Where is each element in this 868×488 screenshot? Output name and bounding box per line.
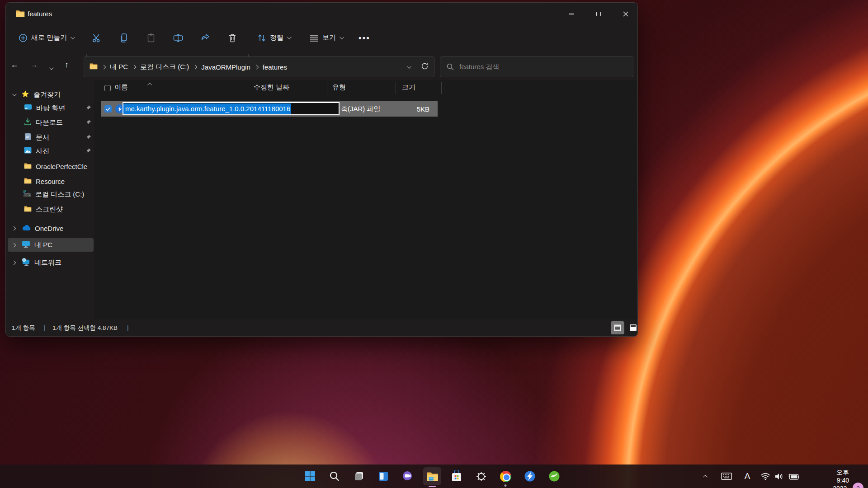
navigation-bar: ← → ↑ 내 PC 로컬 디스크 (C:) JavaORMPlugin fea… bbox=[6, 50, 637, 80]
breadcrumb-features[interactable]: features bbox=[263, 63, 287, 71]
back-button[interactable]: ← bbox=[10, 60, 19, 70]
rename-input[interactable]: me.karthy.plugin.java.orm.feature_1.0.0.… bbox=[123, 102, 340, 115]
chat-button[interactable] bbox=[398, 465, 418, 488]
microsoft-store-button[interactable] bbox=[447, 465, 467, 488]
pin-icon bbox=[85, 119, 91, 127]
hidden-icons-button[interactable] bbox=[699, 465, 712, 488]
eclipse-icon bbox=[524, 470, 536, 482]
column-divider[interactable] bbox=[441, 82, 442, 94]
copy-button[interactable] bbox=[118, 25, 129, 50]
file-explorer-button[interactable] bbox=[422, 465, 442, 488]
item-count: 1개 항목 bbox=[12, 324, 35, 332]
column-divider[interactable] bbox=[248, 82, 248, 94]
breadcrumb-local-disk[interactable]: 로컬 디스크 (C:) bbox=[140, 63, 189, 71]
column-divider[interactable] bbox=[327, 82, 327, 94]
sidebar-item-screenshots[interactable]: 스크린샷 bbox=[6, 202, 94, 216]
column-header-size[interactable]: 크기 bbox=[402, 83, 415, 92]
large-icons-view-button[interactable] bbox=[626, 321, 638, 334]
windows-start-icon bbox=[305, 471, 316, 482]
address-dropdown-icon[interactable] bbox=[407, 64, 411, 69]
breadcrumb-this-pc[interactable]: 내 PC bbox=[110, 63, 128, 71]
sidebar-item-favorites[interactable]: 즐겨찾기 bbox=[6, 88, 94, 101]
eclipse-button[interactable] bbox=[520, 465, 540, 488]
sidebar-item-documents[interactable]: 문서 bbox=[6, 131, 94, 144]
battery-button[interactable] bbox=[786, 465, 801, 488]
this-pc-icon bbox=[22, 241, 30, 249]
wifi-button[interactable] bbox=[759, 465, 772, 488]
pin-icon bbox=[85, 104, 91, 112]
rename-button[interactable] bbox=[173, 25, 184, 50]
minimize-icon bbox=[569, 14, 574, 14]
column-header-type[interactable]: 유형 bbox=[332, 83, 346, 92]
sidebar-item-downloads[interactable]: 다운로드 bbox=[6, 116, 94, 129]
sidebar-item-network[interactable]: 네트워크 bbox=[6, 256, 94, 269]
column-header-date[interactable]: 수정한 날짜 bbox=[254, 83, 289, 92]
wifi-icon bbox=[761, 473, 770, 480]
taskbar-search-button[interactable] bbox=[325, 465, 344, 488]
details-view-icon bbox=[614, 324, 621, 331]
trash-icon bbox=[228, 33, 237, 43]
spring-tool-suite-button[interactable] bbox=[544, 465, 564, 488]
cut-button[interactable] bbox=[91, 25, 102, 50]
column-divider[interactable] bbox=[396, 82, 396, 94]
sidebar-item-pictures[interactable]: 사진 bbox=[6, 144, 94, 158]
chevron-up-icon bbox=[703, 474, 708, 479]
back-icon: ← bbox=[10, 60, 19, 69]
chevron-down-icon[interactable] bbox=[12, 92, 17, 96]
chevron-down-icon bbox=[71, 35, 75, 39]
task-view-button[interactable] bbox=[349, 465, 369, 488]
share-button[interactable] bbox=[200, 25, 211, 50]
address-bar[interactable]: 내 PC 로컬 디스크 (C:) JavaORMPlugin features bbox=[84, 56, 434, 77]
sidebar-item-oracleperfectcle[interactable]: OraclePerfectCle bbox=[6, 160, 94, 173]
breadcrumb-separator bbox=[254, 65, 259, 69]
volume-button[interactable] bbox=[772, 465, 786, 488]
close-button[interactable] bbox=[615, 3, 636, 25]
file-row[interactable]: me.karthy.plugin.java.orm.feature_1.0.0.… bbox=[101, 101, 438, 117]
chevron-right-icon[interactable] bbox=[12, 260, 16, 265]
sidebar-item-desktop[interactable]: 바탕 화면 bbox=[6, 101, 94, 115]
chrome-icon bbox=[500, 471, 511, 482]
chrome-button[interactable] bbox=[495, 465, 515, 488]
chevron-right-icon[interactable] bbox=[12, 243, 16, 247]
minimize-button[interactable] bbox=[561, 3, 581, 25]
breadcrumb-javaormplugin[interactable]: JavaORMPlugin bbox=[201, 63, 250, 71]
explorer-window: features 새로 만들기 bbox=[5, 2, 638, 337]
refresh-button[interactable] bbox=[421, 62, 429, 72]
search-placeholder: features 검색 bbox=[459, 63, 499, 71]
view-button[interactable]: 보기 bbox=[310, 25, 343, 50]
column-header-name[interactable]: 이름 bbox=[114, 83, 128, 92]
forward-button[interactable]: → bbox=[30, 60, 38, 70]
notification-badge[interactable]: 2 bbox=[853, 483, 863, 488]
widgets-icon bbox=[378, 471, 389, 482]
more-options-button[interactable]: ••• bbox=[359, 25, 370, 50]
sidebar-item-local-disk-c[interactable]: 로컬 디스크 (C:) bbox=[6, 188, 94, 201]
details-view-button[interactable] bbox=[611, 321, 624, 334]
start-button[interactable] bbox=[300, 465, 320, 488]
sidebar-label: OraclePerfectCle bbox=[36, 163, 87, 170]
settings-button[interactable] bbox=[471, 465, 491, 488]
navigation-pane: 즐겨찾기 바탕 화면 다운로드 문서 사진 bbox=[6, 80, 94, 319]
up-button[interactable]: ↑ bbox=[65, 60, 69, 70]
toolbar: 새로 만들기 정렬 보기 bbox=[6, 25, 637, 50]
select-all-checkbox[interactable] bbox=[104, 85, 111, 91]
sort-button[interactable]: 정렬 bbox=[257, 25, 290, 50]
status-divider: | bbox=[44, 324, 46, 331]
delete-button[interactable] bbox=[227, 25, 238, 50]
recent-locations-button[interactable] bbox=[49, 64, 52, 72]
chevron-right-icon[interactable] bbox=[12, 226, 16, 230]
touch-keyboard-button[interactable] bbox=[719, 465, 734, 488]
widgets-button[interactable] bbox=[373, 465, 393, 488]
paste-button[interactable] bbox=[146, 25, 156, 50]
search-box[interactable]: features 검색 bbox=[440, 56, 633, 77]
ime-indicator[interactable]: A bbox=[741, 465, 754, 488]
sidebar-item-onedrive[interactable]: OneDrive bbox=[6, 221, 94, 235]
chevron-down-icon bbox=[287, 35, 292, 39]
row-checkbox[interactable] bbox=[104, 105, 112, 113]
maximize-button[interactable] bbox=[588, 3, 609, 25]
sidebar-item-this-pc[interactable]: 내 PC bbox=[6, 238, 94, 252]
selection-summary: 1개 항목 선택함 4.87KB bbox=[52, 324, 118, 332]
sidebar-label: 스크린샷 bbox=[36, 205, 63, 214]
taskbar-clock[interactable]: 오후 9:40 2022-02-23 bbox=[833, 468, 849, 488]
sidebar-item-resource[interactable]: Resource bbox=[6, 174, 94, 188]
new-button[interactable]: 새로 만들기 bbox=[19, 25, 74, 50]
